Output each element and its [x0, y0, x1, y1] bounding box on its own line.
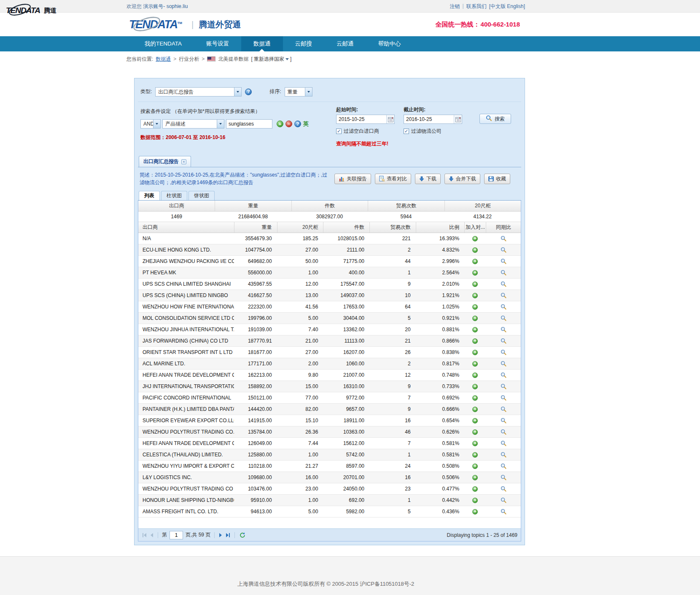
refresh-icon[interactable]	[239, 531, 246, 539]
english-toggle[interactable]: 英	[303, 120, 309, 128]
yoy-magnifier-icon[interactable]	[501, 315, 506, 321]
yoy-magnifier-icon[interactable]	[501, 486, 506, 492]
end-date-input[interactable]	[404, 116, 454, 122]
col-header-weight[interactable]: 重量	[234, 222, 277, 233]
add-to-compare-icon[interactable]	[472, 236, 478, 241]
yoy-magnifier-icon[interactable]	[501, 429, 506, 435]
add-to-compare-icon[interactable]	[472, 350, 478, 355]
report-type-select[interactable]: 出口商汇总报告	[155, 87, 242, 96]
yoy-magnifier-icon[interactable]	[501, 349, 506, 355]
add-to-compare-icon[interactable]	[472, 498, 478, 503]
yoy-magnifier-icon[interactable]	[501, 418, 506, 423]
exporter-name-link[interactable]: SUPERIOR EYEWEAR EXPORT CO.LLC	[138, 415, 234, 426]
download-button[interactable]: 下载	[415, 174, 441, 184]
prev-page-button[interactable]	[150, 532, 154, 538]
last-page-button[interactable]	[225, 532, 231, 538]
col-header-add-compare[interactable]: 加入对...	[464, 222, 486, 233]
exporter-name-link[interactable]: ZHEJIANG WENZHOU PACKING I/E CORP.	[138, 256, 234, 267]
breadcrumb-link-industry-analysis[interactable]: 行业分析	[179, 56, 199, 63]
sort-select[interactable]: 重量	[285, 87, 312, 96]
yoy-magnifier-icon[interactable]	[501, 509, 506, 515]
yoy-magnifier-icon[interactable]	[501, 304, 506, 310]
exporter-name-link[interactable]: UPS SCS (CHINA) LIMITED NINGBO	[138, 290, 234, 301]
yoy-magnifier-icon[interactable]	[501, 247, 506, 253]
add-to-compare-icon[interactable]	[472, 429, 478, 435]
exporter-name-link[interactable]: WENZHOU POLYTRUST TRADING CO., ...	[138, 426, 234, 437]
filter-logistics-checkbox[interactable]: ✓	[404, 129, 409, 134]
add-to-compare-icon[interactable]	[472, 316, 478, 321]
boolean-operator-select[interactable]: AND	[140, 119, 161, 129]
language-switch-link[interactable]: [中文版 English]	[489, 3, 525, 10]
yoy-magnifier-icon[interactable]	[501, 497, 506, 503]
page-number-input[interactable]	[170, 531, 183, 539]
exporter-name-link[interactable]: CELESTICA (THAILAND) LIMITED.	[138, 449, 234, 460]
add-to-compare-icon[interactable]	[472, 304, 478, 310]
filter-blank-importer-checkbox[interactable]: ✓	[336, 129, 342, 134]
contact-link[interactable]: 联系我们	[466, 3, 487, 10]
exporter-name-link[interactable]: HEFEI ANAN TRADE DEVELOPMENT CO...	[138, 370, 234, 381]
tab-pie-chart-view[interactable]: 饼状图	[188, 191, 215, 200]
yoy-magnifier-icon[interactable]	[501, 236, 506, 241]
search-button[interactable]: 搜索	[479, 114, 511, 124]
calendar-icon[interactable]	[454, 115, 462, 123]
add-condition-icon[interactable]: +	[277, 121, 283, 127]
yoy-magnifier-icon[interactable]	[501, 452, 506, 458]
exporter-name-link[interactable]: JHJ INTERNATIONAL TRANSPORTATIO...	[138, 381, 234, 392]
nav-item-data-hub[interactable]: 数据通	[241, 36, 283, 51]
first-page-button[interactable]	[142, 532, 147, 538]
merge-download-button[interactable]: 合并下载	[444, 174, 480, 184]
yoy-magnifier-icon[interactable]	[501, 292, 506, 298]
add-to-compare-icon[interactable]	[472, 361, 478, 367]
add-to-compare-icon[interactable]	[472, 384, 478, 389]
breadcrumb-link-data-hub[interactable]: 数据通	[156, 56, 171, 63]
start-date-input[interactable]	[337, 116, 386, 122]
keyword-input[interactable]	[226, 119, 272, 129]
exporter-name-link[interactable]: PANTAINER (H.K.) LIMITED DBA PANTAI	[138, 404, 234, 415]
exporter-name-link[interactable]: MOL CONSOLIDATION SERVICE LTD O/B	[138, 313, 234, 324]
exporter-name-link[interactable]: PT HEVEA MK	[138, 267, 234, 278]
exporter-name-link[interactable]: PACIFIC CONCORD INTERNATIONAL	[138, 392, 234, 403]
yoy-magnifier-icon[interactable]	[501, 338, 506, 344]
tab-bar-chart-view[interactable]: 柱状图	[161, 191, 187, 200]
add-to-compare-icon[interactable]	[472, 259, 478, 264]
add-to-compare-icon[interactable]	[472, 464, 478, 469]
exporter-name-link[interactable]: ORIENT STAR TRANSPORT INT L LTD RM	[138, 347, 234, 358]
yoy-magnifier-icon[interactable]	[501, 372, 506, 378]
add-to-compare-icon[interactable]	[472, 407, 478, 412]
yoy-magnifier-icon[interactable]	[501, 406, 506, 412]
view-compare-button[interactable]: 查看对比	[375, 174, 411, 184]
col-header-ratio[interactable]: 比例	[416, 222, 465, 233]
related-report-button[interactable]: 关联报告	[334, 174, 371, 184]
exporter-name-link[interactable]: JAS FORWARDING (CHINA) CO LTD	[138, 335, 234, 346]
report-tab[interactable]: 出口商汇总报告 ×	[139, 156, 191, 167]
add-to-compare-icon[interactable]	[472, 475, 478, 480]
add-to-compare-icon[interactable]	[472, 441, 478, 446]
nav-item-help-center[interactable]: 帮助中心	[366, 36, 413, 51]
calendar-icon[interactable]	[386, 115, 394, 123]
col-header-teu[interactable]: 20尺柜	[277, 222, 323, 233]
yoy-magnifier-icon[interactable]	[501, 361, 506, 367]
yoy-magnifier-icon[interactable]	[501, 281, 506, 287]
col-header-exporter[interactable]: 出口商	[138, 222, 234, 233]
remove-condition-icon[interactable]: −	[285, 121, 292, 127]
add-to-compare-icon[interactable]	[472, 509, 478, 515]
exporter-name-link[interactable]: N/A	[138, 233, 234, 244]
help-icon[interactable]: ?	[245, 88, 252, 95]
add-to-compare-icon[interactable]	[472, 395, 478, 401]
nav-item-my-tendata[interactable]: 我的TENDATA	[132, 36, 194, 51]
yoy-magnifier-icon[interactable]	[501, 270, 506, 276]
exporter-name-link[interactable]: WENZHOU POLYTRUST TRADING CO	[138, 483, 234, 494]
col-header-yoy[interactable]: 同期比	[486, 222, 521, 233]
add-to-compare-icon[interactable]	[472, 281, 478, 287]
exporter-name-link[interactable]: AMASS FREIGHT INTL CO. LTD.	[138, 506, 234, 517]
exporter-name-link[interactable]: WENZHOU HOW FINE INTERNATIONAL...	[138, 301, 234, 312]
add-to-compare-icon[interactable]	[472, 418, 478, 423]
nav-item-account-settings[interactable]: 账号设置	[194, 36, 241, 51]
search-field-select[interactable]: 产品描述	[162, 119, 224, 129]
exporter-name-link[interactable]: UPS SCS CHINA LIMITED SHANGHAI	[138, 279, 234, 289]
tab-list-view[interactable]: 列表	[139, 191, 160, 200]
exporter-name-link[interactable]: ECU-LINE HONG KONG LTD.	[138, 244, 234, 255]
add-to-compare-icon[interactable]	[472, 452, 478, 458]
help-icon[interactable]: ?	[294, 121, 301, 127]
yoy-magnifier-icon[interactable]	[501, 258, 506, 264]
